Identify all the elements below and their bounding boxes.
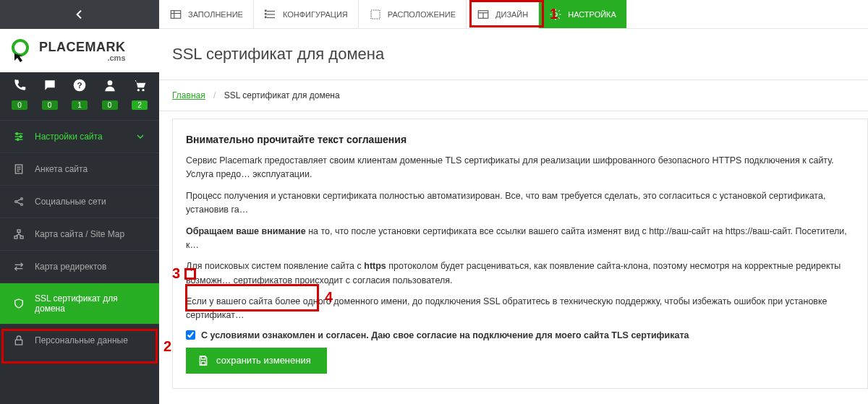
quick-user[interactable]: 0: [98, 78, 122, 110]
save-button-label: сохранить изменения: [216, 355, 311, 366]
breadcrumb-home[interactable]: Главная: [172, 90, 205, 100]
svg-rect-42: [201, 356, 205, 359]
badge: 2: [132, 100, 148, 110]
svg-point-17: [21, 198, 23, 200]
consent-label: С условиями ознакомлен и согласен. Даю с…: [201, 330, 689, 340]
breadcrumb-separator: /: [208, 90, 221, 100]
svg-rect-28: [171, 10, 181, 18]
chevron-down-icon: [135, 131, 146, 142]
share-icon: [13, 196, 25, 207]
agreement-p2: Процесс получения и установки сертификат…: [186, 189, 854, 218]
sidebar-item-label: Карта редиректов: [35, 262, 106, 272]
svg-rect-37: [371, 10, 380, 19]
svg-rect-36: [265, 17, 266, 18]
agreement-heading: Внимательно прочитайте текст соглашения: [186, 134, 854, 145]
breadcrumb-current: SSL сертификат для домена: [224, 90, 340, 100]
svg-point-5: [142, 89, 144, 91]
consent-checkbox[interactable]: [186, 330, 195, 340]
consent-row: С условиями ознакомлен и согласен. Даю с…: [186, 330, 854, 340]
sidebar-item-settings[interactable]: Настройки сайта: [0, 120, 159, 152]
sidebar-item-redirects[interactable]: Карта редиректов: [0, 250, 159, 283]
sidebar: PLACEMARK .cms 0 0 ? 1 0 2 Настройки сай…: [0, 0, 159, 404]
topnav-item-settings[interactable]: НАСТРОЙКА: [539, 0, 627, 28]
badge: 1: [72, 100, 88, 110]
save-button[interactable]: сохранить изменения: [186, 348, 327, 374]
agreement-p3-strong: Обращаем ваше внимание: [186, 226, 306, 236]
svg-point-41: [554, 12, 558, 16]
design-icon: [477, 8, 490, 21]
top-nav: ЗАПОЛНЕНИЕ КОНФИГУРАЦИЯ РАСПОЛОЖЕНИЕ ДИЗ…: [159, 0, 868, 29]
svg-rect-27: [15, 340, 22, 345]
cursor-icon: [9, 39, 32, 62]
layout-icon: [369, 8, 382, 21]
user-icon: [103, 78, 117, 93]
save-icon: [197, 355, 209, 366]
sidebar-item-label: SSL сертификат для домена: [35, 293, 146, 314]
agreement-p5: Если у вашего сайта более одного доменно…: [186, 295, 854, 323]
sidebar-item-sitemap[interactable]: Карта сайта / Site Map: [0, 218, 159, 250]
badge: 0: [12, 100, 27, 110]
agreement-p3: Обращаем ваше внимание на то, что после …: [186, 225, 854, 253]
topnav-label: РАСПОЛОЖЕНИЕ: [388, 10, 456, 19]
sidebar-item-label: Анкета сайта: [35, 164, 88, 174]
agreement-panel: Внимательно прочитайте текст соглашения …: [172, 119, 868, 389]
page-title: SSL сертификат для домена: [159, 29, 868, 80]
quick-phone[interactable]: 0: [7, 78, 32, 110]
back-button[interactable]: [0, 0, 159, 29]
topnav-label: ДИЗАЙН: [495, 10, 528, 19]
lock-icon: [13, 335, 25, 346]
svg-rect-22: [14, 236, 17, 238]
topnav-item-layout[interactable]: РАСПОЛОЖЕНИЕ: [359, 0, 467, 28]
sidebar-item-label: Настройки сайта: [35, 132, 103, 142]
quick-help[interactable]: ? 1: [67, 78, 92, 110]
sitemap-icon: [13, 228, 25, 240]
grid-icon: [169, 8, 182, 21]
topnav-label: ЗАПОЛНЕНИЕ: [188, 10, 243, 19]
sliders-icon: [13, 131, 25, 142]
sidebar-item-ssl[interactable]: SSL сертификат для домена: [0, 283, 159, 324]
sidebar-item-label: Персональные данные: [35, 335, 128, 345]
svg-point-18: [21, 204, 23, 206]
sidebar-item-label: Карта сайта / Site Map: [35, 229, 124, 239]
svg-point-4: [137, 89, 140, 91]
sidebar-item-personal[interactable]: Персональные данные: [0, 324, 159, 356]
topnav-label: НАСТРОЙКА: [568, 10, 616, 19]
chat-icon: [43, 78, 57, 93]
svg-point-0: [13, 40, 27, 55]
svg-line-19: [17, 199, 20, 202]
svg-point-9: [16, 133, 18, 135]
form-icon: [13, 163, 25, 175]
topnav-item-config[interactable]: КОНФИГУРАЦИЯ: [254, 0, 359, 28]
topnav-label: КОНФИГУРАЦИЯ: [283, 10, 348, 19]
shield-icon: [13, 298, 25, 309]
quick-cart[interactable]: 2: [127, 78, 152, 110]
list-icon: [264, 8, 277, 21]
breadcrumb: Главная / SSL сертификат для домена: [159, 80, 868, 111]
svg-point-11: [17, 139, 19, 141]
agreement-p1: Сервис Placemark предоставляет своим кли…: [186, 154, 854, 182]
sidebar-item-form[interactable]: Анкета сайта: [0, 152, 159, 185]
svg-rect-35: [265, 13, 266, 14]
sidebar-item-social[interactable]: Социальные сети: [0, 185, 159, 218]
topnav-item-design[interactable]: ДИЗАЙН: [467, 0, 539, 28]
redirect-icon: [13, 261, 25, 272]
svg-point-10: [20, 136, 22, 138]
quick-chat[interactable]: 0: [38, 78, 62, 110]
badge: 0: [42, 100, 58, 110]
agreement-p4: Для поисковых систем появление сайта с h…: [186, 259, 854, 288]
chevron-left-icon: [74, 9, 85, 20]
phone-icon: [12, 78, 27, 93]
quick-actions: 0 0 ? 1 0 2: [0, 72, 159, 120]
content: SSL сертификат для домена Главная / SSL …: [159, 29, 868, 404]
svg-point-16: [15, 201, 17, 203]
logo-brand: PLACEMARK: [39, 40, 126, 55]
topnav-item-fill[interactable]: ЗАПОЛНЕНИЕ: [159, 0, 254, 28]
cart-icon: [132, 78, 147, 93]
svg-rect-21: [17, 230, 20, 232]
svg-line-20: [17, 202, 20, 205]
svg-rect-23: [20, 236, 23, 238]
help-icon: ?: [72, 78, 87, 93]
logo-block: PLACEMARK .cms: [0, 29, 159, 72]
svg-rect-34: [265, 10, 266, 12]
gear-icon: [549, 8, 562, 21]
